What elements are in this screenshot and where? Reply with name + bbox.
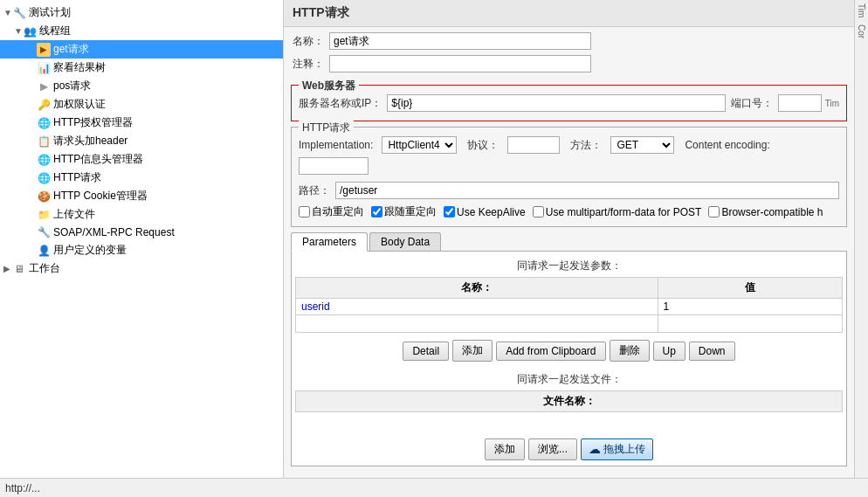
tree-item-label: HTTP信息头管理器 bbox=[53, 152, 143, 167]
expand-arrow bbox=[28, 45, 37, 54]
tree-item-cookie[interactable]: 🍪 HTTP Cookie管理器 bbox=[0, 187, 283, 205]
name-label: 名称： bbox=[293, 34, 324, 49]
expand-arrow bbox=[28, 136, 37, 146]
path-row: 路径： bbox=[299, 178, 839, 203]
multipart-checkbox[interactable] bbox=[533, 206, 544, 217]
auth-icon: 🔑 bbox=[37, 98, 51, 112]
tree-panel: ▼ 🔧 测试计划 ▼ 👥 线程组 ▶ get请求 📊 察看结果树 bbox=[0, 0, 284, 478]
http-request-fieldset: HTTP请求 Implementation: HttpClient4 协议： 方… bbox=[291, 127, 847, 227]
plan-icon: 🔧 bbox=[12, 6, 26, 20]
browser-item: Browser-compatible h bbox=[708, 206, 823, 218]
protocol-input[interactable] bbox=[507, 136, 560, 154]
tab-bar: Parameters Body Data bbox=[291, 232, 847, 252]
server-row: 服务器名称或IP： 端口号： Tim bbox=[299, 91, 839, 115]
tree-item-plan[interactable]: ▼ 🔧 测试计划 bbox=[0, 3, 283, 22]
tab-parameters[interactable]: Parameters bbox=[291, 232, 368, 252]
sampler-icon: ▶ bbox=[37, 43, 51, 57]
web-server-fieldset: Web服务器 服务器名称或IP： 端口号： Tim bbox=[291, 85, 847, 121]
tree-item-label: 上传文件 bbox=[53, 207, 95, 222]
soap-icon: 🔧 bbox=[37, 225, 51, 239]
tab-body-data[interactable]: Body Data bbox=[369, 232, 441, 251]
tree-item-upload[interactable]: 📁 上传文件 bbox=[0, 205, 283, 224]
http-icon: 🌐 bbox=[37, 116, 51, 130]
up-button[interactable]: Up bbox=[653, 342, 685, 361]
tree-item-http-manager[interactable]: 🌐 HTTP授权管理器 bbox=[0, 114, 283, 132]
tim-label: Tim bbox=[825, 99, 839, 108]
add-file-button[interactable]: 添加 bbox=[485, 438, 525, 460]
keep-alive-item: Use KeepAlive bbox=[444, 206, 526, 218]
right-panel: HTTP请求 名称： 注释： Web服务器 服务器名称或IP： 端口号： Tim bbox=[284, 0, 854, 478]
add-param-button[interactable]: 添加 bbox=[452, 340, 493, 362]
tree-item-label: HTTP请求 bbox=[53, 170, 101, 185]
tree-item-soap[interactable]: 🔧 SOAP/XML-RPC Request bbox=[0, 224, 283, 241]
tree-item-auth[interactable]: 🔑 加权限认证 bbox=[0, 95, 283, 114]
tree-item-http-info[interactable]: 🌐 HTTP信息头管理器 bbox=[0, 150, 283, 169]
tree-item-label: 请求头加header bbox=[53, 134, 127, 148]
upload-button[interactable]: ☁ 拖拽上传 bbox=[581, 438, 653, 460]
tree-item-pos-request[interactable]: ▶ pos请求 bbox=[0, 77, 283, 95]
http-request2-icon: 🌐 bbox=[37, 171, 51, 185]
impl-select[interactable]: HttpClient4 bbox=[382, 136, 457, 154]
delete-button[interactable]: 删除 bbox=[610, 340, 650, 362]
impl-label: Implementation: bbox=[299, 139, 373, 151]
tree-item-label: get请求 bbox=[53, 42, 89, 57]
tree-item-label: 察看结果树 bbox=[53, 60, 106, 75]
impl-row: Implementation: HttpClient4 协议： 方法： GET … bbox=[299, 133, 839, 178]
down-button[interactable]: Down bbox=[689, 342, 735, 361]
tree-item-thread-group[interactable]: ▼ 👥 线程组 bbox=[0, 22, 283, 40]
follow-redirect-checkbox[interactable] bbox=[371, 206, 382, 217]
tree-item-get-request[interactable]: ▶ get请求 bbox=[0, 40, 283, 59]
expand-arrow bbox=[28, 245, 37, 255]
tree-item-label: HTTP Cookie管理器 bbox=[53, 189, 148, 204]
encoding-input[interactable] bbox=[299, 157, 369, 175]
auto-redirect-item: 自动重定向 bbox=[299, 204, 364, 219]
tree-item-header[interactable]: 📋 请求头加header bbox=[0, 132, 283, 150]
tree-item-label: 线程组 bbox=[39, 24, 71, 38]
protocol-label: 协议： bbox=[467, 138, 499, 153]
tree-item-workbench[interactable]: ▶ 🖥 工作台 bbox=[0, 259, 283, 278]
port-input[interactable] bbox=[778, 94, 822, 112]
files-header: 同请求一起发送文件： bbox=[295, 369, 843, 390]
params-header: 同请求一起发送参数： bbox=[295, 255, 843, 277]
tree-item-label: 用户定义的变量 bbox=[53, 243, 127, 258]
tree-item-label: pos请求 bbox=[53, 79, 91, 93]
name-row: 名称： bbox=[293, 32, 845, 50]
detail-button[interactable]: Detail bbox=[403, 342, 449, 361]
files-table: 文件名称： bbox=[295, 390, 843, 430]
files-row-empty bbox=[296, 412, 843, 430]
server-input[interactable] bbox=[387, 94, 725, 112]
port-label: 端口号： bbox=[731, 96, 773, 111]
keep-alive-checkbox[interactable] bbox=[444, 206, 455, 217]
path-label: 路径： bbox=[299, 183, 330, 198]
multipart-label: Use multipart/form-data for POST bbox=[546, 206, 702, 218]
tim-edge-label: Tim bbox=[855, 0, 868, 21]
col-name-header: 名称： bbox=[296, 278, 658, 299]
tree-item-label: 工作台 bbox=[29, 261, 60, 276]
note-row: 注释： bbox=[293, 55, 845, 72]
auto-redirect-checkbox[interactable] bbox=[299, 206, 310, 217]
params-table: 名称： 值 userid 1 bbox=[295, 277, 843, 333]
multipart-item: Use multipart/form-data for POST bbox=[533, 206, 702, 218]
note-label: 注释： bbox=[293, 57, 324, 72]
method-select[interactable]: GET POST PUT DELETE bbox=[610, 136, 674, 154]
browser-checkbox[interactable] bbox=[708, 206, 720, 217]
tab-content: 同请求一起发送参数： 名称： 值 userid 1 bbox=[291, 252, 847, 466]
result-icon: 📊 bbox=[37, 61, 51, 75]
tree-item-result-tree[interactable]: 📊 察看结果树 bbox=[0, 59, 283, 77]
http-info-icon: 🌐 bbox=[37, 153, 51, 167]
name-input[interactable] bbox=[329, 32, 591, 50]
note-input[interactable] bbox=[329, 55, 591, 72]
web-server-legend: Web服务器 bbox=[299, 79, 359, 93]
tree-item-http-request2[interactable]: 🌐 HTTP请求 bbox=[0, 169, 283, 187]
tree-item-user-vars[interactable]: 👤 用户定义的变量 bbox=[0, 241, 283, 259]
auto-redirect-label: 自动重定向 bbox=[312, 204, 364, 219]
path-input[interactable] bbox=[335, 182, 839, 199]
browse-button[interactable]: 浏览... bbox=[528, 438, 577, 460]
status-url: http://... bbox=[5, 482, 40, 494]
add-from-clipboard-button[interactable]: Add from Clipboard bbox=[496, 342, 605, 361]
thread-icon: 👥 bbox=[23, 24, 37, 38]
status-bar: http://... bbox=[0, 478, 868, 497]
expand-arrow bbox=[28, 191, 37, 201]
param-name-cell: userid bbox=[296, 299, 658, 315]
browser-label: Browser-compatible h bbox=[721, 206, 823, 218]
